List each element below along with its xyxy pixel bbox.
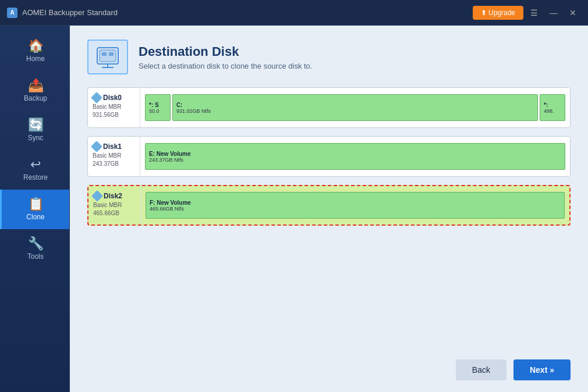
close-button[interactable]: ✕ bbox=[565, 6, 581, 20]
sidebar-item-home[interactable]: 🏠 Home bbox=[0, 31, 69, 71]
disk0-partition-x: *: 498. bbox=[540, 94, 565, 121]
disk0-size: 931.56GB bbox=[93, 112, 135, 118]
titlebar: A AOMEI Backupper Standard ⬆ Upgrade ☰ —… bbox=[0, 0, 588, 26]
minimize-button[interactable]: — bbox=[545, 6, 562, 20]
sidebar-item-restore[interactable]: ↩ Restore bbox=[0, 150, 69, 190]
svg-rect-4 bbox=[102, 52, 107, 56]
disk1-name: Disk1 bbox=[103, 142, 122, 151]
svg-rect-1 bbox=[100, 50, 116, 62]
sidebar-item-sync[interactable]: 🔄 Sync bbox=[0, 111, 69, 150]
sidebar-label-sync: Sync bbox=[28, 134, 44, 142]
disk1-name-row: Disk1 bbox=[93, 142, 135, 151]
disk0-name-row: Disk0 bbox=[93, 94, 135, 102]
app-logo: A bbox=[7, 8, 17, 18]
disk-card-disk0[interactable]: Disk0 Basic MBR 931.56GB *: S 50.0 C: 93… bbox=[87, 87, 571, 128]
page-icon bbox=[87, 40, 128, 74]
app-body: 🏠 Home 📤 Backup 🔄 Sync ↩ Restore 📋 Clone… bbox=[0, 26, 588, 392]
sidebar-label-restore: Restore bbox=[23, 173, 48, 181]
footer: Back Next » bbox=[87, 350, 571, 380]
disk0-diamond-icon bbox=[91, 92, 102, 104]
disk1-partition-e: E: New Volume 243.37GB Ntfs bbox=[145, 143, 565, 170]
sidebar-item-backup[interactable]: 📤 Backup bbox=[0, 71, 69, 111]
disk-list: Disk0 Basic MBR 931.56GB *: S 50.0 C: 93… bbox=[87, 87, 571, 350]
clone-icon: 📋 bbox=[28, 198, 44, 211]
disk-card-disk2[interactable]: Disk2 Basic MBR 465.66GB F: New Volume 4… bbox=[87, 185, 571, 226]
restore-icon: ↩ bbox=[30, 158, 41, 171]
page-title-area: Destination Disk Select a destination di… bbox=[139, 44, 312, 70]
menu-button[interactable]: ☰ bbox=[526, 6, 543, 20]
disk2-name: Disk2 bbox=[104, 192, 122, 200]
disk2-size: 465.66GB bbox=[93, 210, 136, 216]
page-header: Destination Disk Select a destination di… bbox=[87, 40, 571, 74]
sidebar-label-backup: Backup bbox=[24, 94, 47, 102]
next-button[interactable]: Next » bbox=[513, 359, 571, 380]
backup-icon: 📤 bbox=[28, 79, 44, 92]
titlebar-left: A AOMEI Backupper Standard bbox=[7, 8, 118, 18]
disk0-partition-c: C: 931.02GB Ntfs bbox=[172, 94, 538, 121]
upgrade-button[interactable]: ⬆ Upgrade bbox=[473, 6, 523, 20]
disk2-info: Disk2 Basic MBR 465.66GB bbox=[88, 186, 141, 224]
back-button[interactable]: Back bbox=[456, 359, 506, 380]
disk0-partition-s: *: S 50.0 bbox=[145, 94, 171, 121]
page-subtitle: Select a destination disk to clone the s… bbox=[139, 62, 312, 70]
sync-icon: 🔄 bbox=[28, 119, 44, 131]
sidebar-label-clone: Clone bbox=[26, 213, 44, 221]
disk2-name-row: Disk2 bbox=[93, 192, 136, 200]
disk2-diamond-icon bbox=[91, 190, 103, 202]
sidebar-label-tools: Tools bbox=[27, 252, 44, 261]
app-title: AOMEI Backupper Standard bbox=[22, 8, 118, 17]
sidebar-item-tools[interactable]: 🔧 Tools bbox=[0, 229, 69, 269]
disk0-partitions: *: S 50.0 C: 931.02GB Ntfs *: 498. bbox=[140, 88, 570, 127]
disk2-type: Basic MBR bbox=[93, 202, 136, 208]
disk2-partitions: F: New Volume 465.66GB Ntfs bbox=[141, 186, 569, 224]
disk2-partition-f: F: New Volume 465.66GB Ntfs bbox=[146, 192, 565, 219]
disk1-diamond-icon bbox=[91, 141, 102, 152]
disk-card-disk1[interactable]: Disk1 Basic MBR 243.37GB E: New Volume 2… bbox=[87, 136, 571, 177]
content-area: Destination Disk Select a destination di… bbox=[70, 26, 588, 392]
page-title: Destination Disk bbox=[139, 44, 312, 59]
disk1-partitions: E: New Volume 243.37GB Ntfs bbox=[140, 137, 570, 176]
destination-disk-icon bbox=[95, 45, 121, 69]
titlebar-right: ⬆ Upgrade ☰ — ✕ bbox=[473, 6, 581, 20]
sidebar-item-clone[interactable]: 📋 Clone bbox=[0, 190, 69, 229]
sidebar-label-home: Home bbox=[26, 55, 45, 63]
home-icon: 🏠 bbox=[28, 40, 44, 52]
disk0-type: Basic MBR bbox=[93, 104, 135, 110]
disk0-name: Disk0 bbox=[103, 94, 122, 102]
tools-icon: 🔧 bbox=[28, 237, 44, 250]
disk1-info: Disk1 Basic MBR 243.37GB bbox=[88, 137, 140, 176]
disk1-size: 243.37GB bbox=[93, 161, 135, 167]
disk0-info: Disk0 Basic MBR 931.56GB bbox=[88, 88, 140, 127]
sidebar: 🏠 Home 📤 Backup 🔄 Sync ↩ Restore 📋 Clone… bbox=[0, 26, 70, 392]
disk1-type: Basic MBR bbox=[93, 152, 135, 159]
svg-rect-5 bbox=[109, 52, 114, 56]
